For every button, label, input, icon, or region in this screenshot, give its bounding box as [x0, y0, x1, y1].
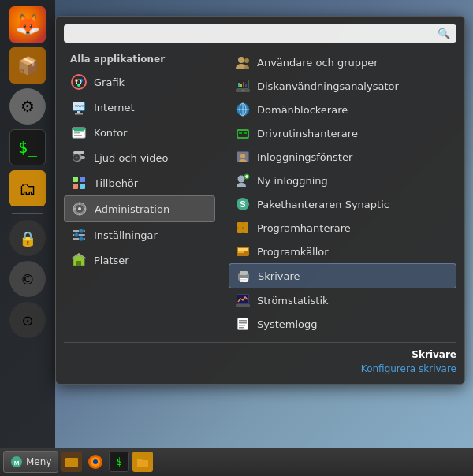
diskanalys-icon — [235, 78, 251, 94]
bottom-app-name: Skrivare — [64, 348, 456, 362]
sidebar-settings[interactable]: ⚙ — [9, 88, 46, 125]
svg-text:www: www — [74, 103, 86, 108]
kontor-label: Kontor — [94, 127, 127, 139]
search-bar[interactable]: 🔍 — [64, 24, 456, 43]
category-installningar[interactable]: Inställningar — [64, 222, 215, 247]
svg-rect-14 — [73, 128, 85, 130]
platser-icon — [70, 251, 88, 269]
taskbar-firefox[interactable] — [85, 452, 106, 472]
svg-rect-68 — [243, 228, 248, 233]
svg-rect-70 — [238, 248, 248, 251]
menu-button[interactable]: M Meny — [3, 451, 58, 473]
category-ljud[interactable]: Ljud och video — [64, 145, 215, 170]
svg-rect-55 — [244, 132, 247, 134]
sidebar-firefox[interactable]: 🦊 — [9, 6, 46, 43]
bottom-app-desc[interactable]: Konfigurera skrivare — [64, 362, 456, 376]
administration-label: Administration — [95, 203, 169, 215]
svg-rect-43 — [240, 84, 242, 87]
sidebar-terminal[interactable]: $_ — [9, 129, 46, 165]
programkallor-icon — [235, 244, 251, 259]
svg-rect-37 — [76, 261, 81, 266]
category-kontor[interactable]: Kontor — [64, 120, 215, 145]
domanblockerare-label: Domänblockerare — [257, 104, 348, 116]
taskbar-files[interactable] — [132, 452, 153, 472]
app-nyinloggning[interactable]: Ny inloggning — [229, 169, 456, 192]
taskbar-filemanager[interactable] — [61, 452, 82, 472]
taskbar: M Meny $ — [0, 448, 473, 476]
app-systemlogg[interactable]: Systemlogg — [229, 312, 456, 336]
app-skrivare[interactable]: Skrivare — [229, 263, 456, 288]
synaptic-icon: S — [235, 196, 251, 212]
sidebar-files[interactable]: 🗂 — [9, 170, 46, 206]
sidebar: 🦊 📦 ⚙ $_ 🗂 🔒 © ⊙ — [0, 0, 55, 448]
svg-rect-28 — [79, 213, 80, 215]
synaptic-label: Pakethanteraren Synaptic — [257, 199, 389, 210]
svg-point-26 — [78, 207, 81, 210]
menu-columns: Alla applikationer Grafik — [64, 50, 456, 336]
svg-rect-18 — [80, 156, 85, 159]
category-internet[interactable]: www Internet — [64, 95, 215, 120]
svg-point-58 — [240, 154, 245, 158]
svg-rect-75 — [240, 279, 247, 281]
menu-panel: 🔍 Alla applikationer Grafik — [55, 16, 465, 385]
app-inloggning[interactable]: Inloggningsfönster — [229, 145, 456, 169]
svg-rect-83 — [239, 320, 247, 322]
skrivare-icon — [236, 268, 251, 284]
svg-point-35 — [75, 233, 79, 237]
svg-rect-67 — [237, 228, 243, 233]
category-platser[interactable]: Platser — [64, 247, 215, 273]
category-administration[interactable]: Administration — [64, 195, 215, 222]
sidebar-icon2[interactable]: © — [9, 261, 46, 297]
app-synaptic[interactable]: S Pakethanteraren Synaptic — [229, 192, 456, 216]
app-drivrutin[interactable]: Drivrutinshanterare — [229, 121, 456, 145]
svg-rect-54 — [239, 132, 242, 134]
taskbar-terminal[interactable]: $ — [109, 452, 129, 472]
menu-label: Meny — [26, 456, 51, 467]
svg-rect-73 — [240, 271, 248, 275]
skrivare-label: Skrivare — [258, 270, 300, 282]
category-grafik[interactable]: Grafik — [64, 69, 215, 95]
svg-rect-20 — [73, 177, 78, 182]
app-stromstatistik[interactable]: Strömstatistik — [229, 288, 456, 312]
svg-point-92 — [93, 459, 98, 464]
platser-label: Platser — [94, 255, 129, 266]
svg-rect-23 — [80, 184, 85, 189]
svg-rect-86 — [239, 327, 244, 329]
app-programhanterare[interactable]: Programhanterare — [229, 216, 456, 240]
svg-rect-30 — [84, 208, 86, 210]
svg-point-0 — [72, 75, 86, 89]
grafik-label: Grafik — [94, 76, 125, 88]
sidebar-lock[interactable]: 🔒 — [9, 220, 46, 256]
svg-rect-42 — [238, 83, 240, 87]
apps-column: Användare och grupper Disk — [222, 50, 456, 336]
svg-point-17 — [76, 157, 78, 159]
all-apps-label: Alla applikationer — [64, 50, 215, 69]
svg-rect-66 — [243, 222, 248, 228]
ljud-icon — [70, 149, 88, 166]
stromstatistik-label: Strömstatistik — [257, 295, 329, 307]
bottom-info: Skrivare Konfigurera skrivare — [64, 342, 456, 376]
category-tillbehor[interactable]: Tillbehör — [64, 170, 215, 195]
programhanterare-label: Programhanterare — [257, 222, 351, 234]
grafik-icon — [70, 73, 88, 91]
svg-rect-19 — [73, 151, 84, 154]
sidebar-icon3[interactable]: ⊙ — [9, 302, 46, 338]
tillbehor-icon — [70, 174, 88, 192]
ljud-label: Ljud och video — [94, 152, 168, 164]
svg-rect-21 — [80, 177, 85, 182]
stromstatistik-icon — [235, 292, 251, 308]
app-programkallor[interactable]: Programkällor — [229, 240, 456, 263]
systemlogg-icon — [235, 316, 251, 332]
svg-rect-7 — [75, 113, 83, 115]
svg-rect-27 — [79, 203, 80, 205]
app-anvandare[interactable]: Användare och grupper — [229, 50, 456, 74]
sidebar-package[interactable]: 📦 — [9, 47, 46, 84]
svg-rect-44 — [243, 82, 244, 87]
installningar-icon — [70, 226, 88, 244]
search-input[interactable] — [70, 28, 438, 39]
app-diskanalys[interactable]: Diskanvändningsanalysator — [229, 74, 456, 98]
internet-label: Internet — [94, 102, 135, 113]
programhanterare-icon — [235, 220, 251, 236]
nyinloggning-icon — [235, 173, 251, 188]
app-domanblockerare[interactable]: Domänblockerare — [229, 98, 456, 121]
